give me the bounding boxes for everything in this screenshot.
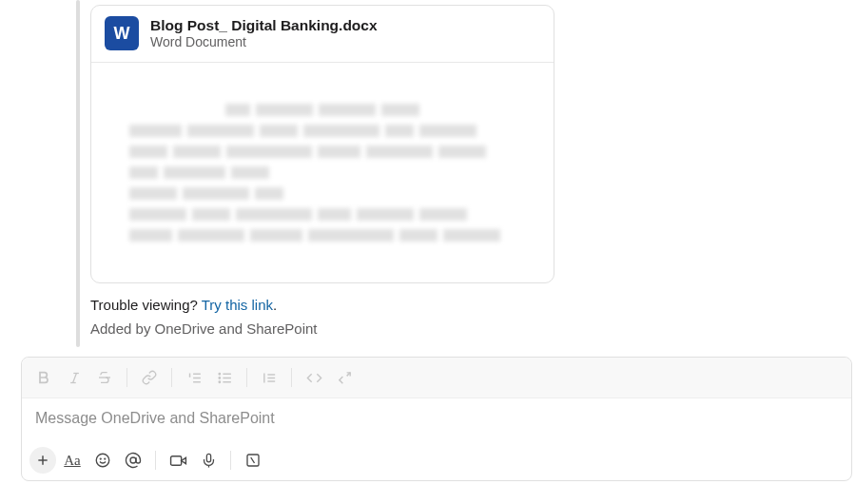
add-attachment-button[interactable]: [29, 447, 56, 474]
message-composer: Message OneDrive and SharePoint Aa: [21, 357, 852, 481]
file-meta: Blog Post_ Digital Banking.docx Word Doc…: [150, 16, 378, 51]
video-button[interactable]: [164, 446, 192, 475]
file-attachment-header: W Blog Post_ Digital Banking.docx Word D…: [91, 6, 554, 62]
word-file-icon: W: [105, 16, 139, 50]
file-type: Word Document: [150, 34, 378, 51]
toolbar-separator: [171, 368, 172, 387]
svg-rect-23: [170, 456, 181, 465]
trouble-viewing-prefix: Trouble viewing?: [90, 297, 202, 313]
message-input[interactable]: Message OneDrive and SharePoint: [22, 398, 851, 440]
added-by-text: Added by OneDrive and SharePoint: [90, 320, 856, 337]
svg-point-21: [105, 458, 106, 459]
mention-button[interactable]: [119, 446, 147, 475]
toolbar-separator: [126, 368, 127, 387]
try-this-link[interactable]: Try this link: [202, 297, 273, 313]
trouble-viewing-text: Trouble viewing? Try this link.: [90, 297, 856, 313]
link-button[interactable]: [135, 363, 164, 392]
svg-point-22: [130, 457, 136, 463]
bulleted-list-button[interactable]: [210, 363, 239, 392]
svg-line-2: [72, 373, 76, 382]
file-name: Blog Post_ Digital Banking.docx: [150, 16, 378, 34]
blockquote-button[interactable]: [255, 363, 283, 392]
italic-button[interactable]: [60, 363, 88, 392]
svg-point-11: [219, 377, 220, 378]
svg-point-12: [219, 381, 220, 382]
file-preview-blurred: [91, 62, 554, 282]
svg-point-10: [219, 373, 220, 374]
svg-line-28: [251, 457, 255, 463]
svg-rect-25: [206, 454, 210, 462]
strikethrough-button[interactable]: [90, 363, 119, 392]
file-attachment-card[interactable]: W Blog Post_ Digital Banking.docx Word D…: [90, 5, 554, 283]
toolbar-separator: [155, 451, 156, 470]
svg-point-20: [100, 458, 101, 459]
audio-button[interactable]: [194, 446, 223, 475]
trouble-viewing-suffix: .: [273, 297, 277, 313]
composer-actions-toolbar: Aa: [22, 440, 851, 480]
thread-gutter-line: [76, 0, 80, 347]
code-button[interactable]: [300, 363, 328, 392]
shortcuts-button[interactable]: [239, 446, 267, 475]
toolbar-separator: [291, 368, 292, 387]
svg-point-19: [96, 454, 109, 467]
toolbar-separator: [230, 451, 231, 470]
emoji-button[interactable]: [88, 446, 117, 475]
code-block-button[interactable]: [330, 363, 359, 392]
formatting-toolbar: [22, 358, 851, 398]
message-area: W Blog Post_ Digital Banking.docx Word D…: [0, 0, 856, 337]
formatting-toggle-button[interactable]: Aa: [58, 446, 87, 475]
toolbar-separator: [246, 368, 247, 387]
bold-button[interactable]: [29, 363, 58, 392]
ordered-list-button[interactable]: [180, 363, 208, 392]
